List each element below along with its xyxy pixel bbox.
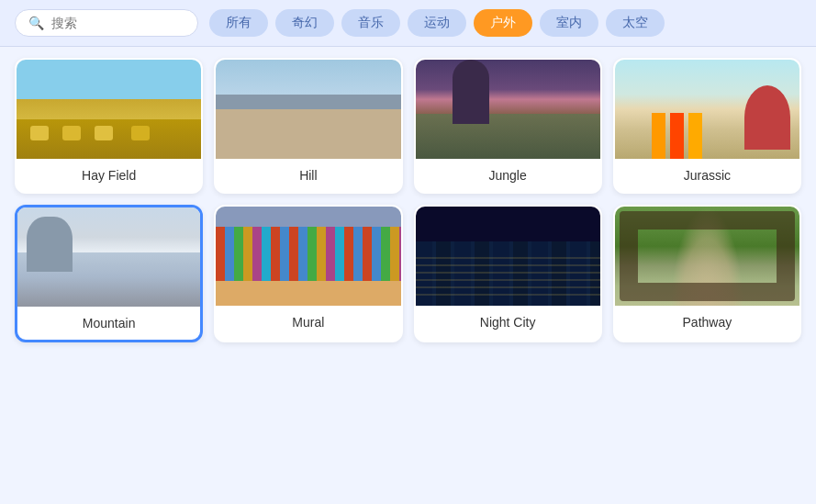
- card-mural[interactable]: Mural: [214, 205, 402, 342]
- card-thumb-jurassic: [615, 60, 799, 159]
- filter-tag-music[interactable]: 音乐: [341, 9, 400, 37]
- card-jurassic[interactable]: Jurassic: [613, 58, 801, 194]
- card-hay-field[interactable]: Hay Field: [15, 58, 203, 194]
- search-input[interactable]: [51, 16, 180, 30]
- card-label-hill: Hill: [216, 159, 400, 192]
- card-jungle[interactable]: Jungle: [414, 58, 602, 194]
- card-label-jungle: Jungle: [416, 159, 600, 192]
- filter-tag-outdoor[interactable]: 户外: [474, 9, 532, 37]
- search-icon: 🔍: [28, 16, 44, 30]
- card-label-jurassic: Jurassic: [615, 159, 799, 192]
- filter-tag-indoor[interactable]: 室内: [540, 9, 598, 37]
- card-thumb-hay-field: [17, 60, 201, 159]
- card-thumb-jungle: [416, 60, 600, 159]
- card-night-city[interactable]: Night City: [414, 205, 602, 342]
- filter-tag-fantasy[interactable]: 奇幻: [275, 9, 334, 37]
- card-mountain[interactable]: Mountain: [15, 205, 203, 342]
- card-label-mountain: Mountain: [17, 307, 200, 340]
- card-label-pathway: Pathway: [615, 306, 799, 339]
- card-thumb-hill: [216, 60, 400, 159]
- filter-tags: 所有奇幻音乐运动户外室内太空: [209, 9, 665, 37]
- card-label-hay-field: Hay Field: [17, 159, 201, 192]
- filter-tag-space[interactable]: 太空: [606, 9, 665, 37]
- card-thumb-mural: [216, 207, 400, 306]
- top-bar: 🔍 所有奇幻音乐运动户外室内太空: [0, 0, 816, 47]
- card-thumb-pathway: [615, 207, 799, 306]
- card-thumb-mountain: [17, 207, 200, 307]
- search-box: 🔍: [15, 9, 198, 37]
- card-thumb-night-city: [416, 207, 600, 306]
- filter-tag-all[interactable]: 所有: [209, 9, 268, 37]
- card-label-night-city: Night City: [416, 306, 600, 339]
- filter-tag-sports[interactable]: 运动: [408, 9, 466, 37]
- card-pathway[interactable]: Pathway: [613, 205, 801, 342]
- grid-container: Hay FieldHillJungleJurassicMountainMural…: [0, 47, 816, 353]
- card-hill[interactable]: Hill: [214, 58, 402, 194]
- card-label-mural: Mural: [216, 306, 400, 339]
